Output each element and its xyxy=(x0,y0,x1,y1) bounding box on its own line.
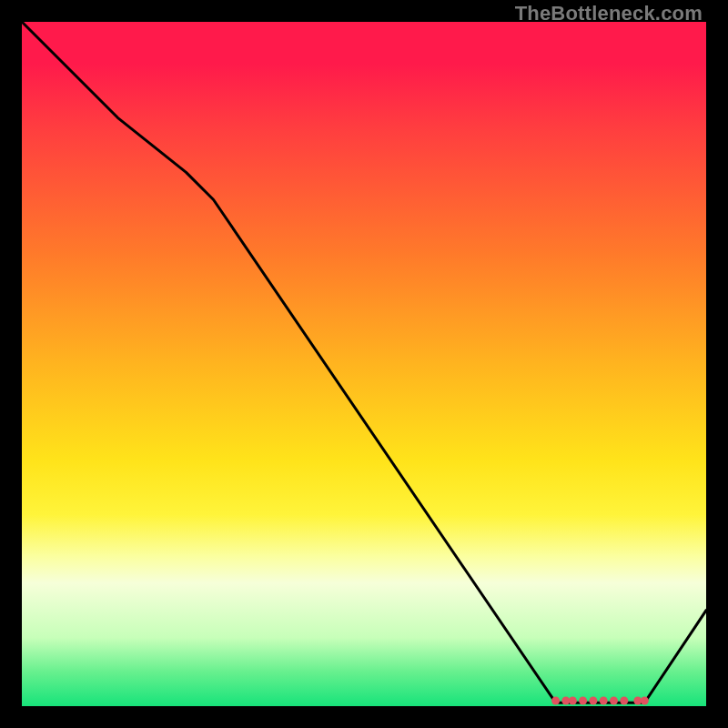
plateau-marker xyxy=(600,697,608,705)
plot-area xyxy=(22,22,706,706)
chart-frame: TheBottleneck.com xyxy=(0,0,728,728)
plateau-marker xyxy=(551,697,560,705)
plateau-marker xyxy=(569,697,577,705)
plateau-marker xyxy=(589,697,597,705)
chart-svg xyxy=(22,22,706,706)
plateau-marker xyxy=(641,697,649,705)
plateau-marker xyxy=(610,697,618,705)
watermark-text: TheBottleneck.com xyxy=(515,4,703,24)
plateau-marker xyxy=(579,697,587,705)
data-curve xyxy=(22,22,706,703)
plateau-marker xyxy=(620,697,628,705)
